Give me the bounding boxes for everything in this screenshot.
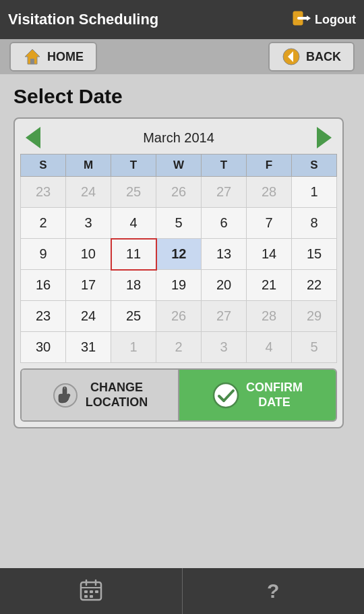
calendar-day[interactable]: 30 <box>21 332 66 363</box>
calendar-body: 2324252627281234567891011121314151617181… <box>21 177 337 363</box>
calendar-day[interactable]: 22 <box>292 270 337 301</box>
calendar-day[interactable]: 8 <box>292 208 337 239</box>
prev-month-icon <box>26 127 40 148</box>
calendar-day[interactable]: 6 <box>202 208 247 239</box>
calendar-day[interactable]: 25 <box>111 301 156 332</box>
day-header: T <box>111 155 156 177</box>
calendar-day[interactable]: 21 <box>247 270 292 301</box>
header: Visitation Scheduling Logout <box>0 0 364 39</box>
calendar-week-row: 9101112131415 <box>21 239 337 270</box>
calendar-day[interactable]: 27 <box>202 301 247 332</box>
change-location-label: CHANGELOCATION <box>86 381 148 410</box>
calendar-day[interactable]: 10 <box>66 239 111 270</box>
calendar-week-row: 2324252627281 <box>21 177 337 208</box>
calendar-day[interactable]: 15 <box>292 239 337 270</box>
calendar-day[interactable]: 7 <box>247 208 292 239</box>
svg-rect-15 <box>90 590 93 593</box>
day-header: S <box>21 155 66 177</box>
calendar-day[interactable]: 23 <box>21 177 66 208</box>
prev-month-button[interactable] <box>26 127 40 148</box>
calendar-day[interactable]: 2 <box>21 208 66 239</box>
back-icon <box>282 47 301 66</box>
calendar-day[interactable]: 4 <box>247 332 292 363</box>
calendar-day[interactable]: 4 <box>111 208 156 239</box>
svg-rect-14 <box>84 590 88 593</box>
home-label: HOME <box>47 50 84 64</box>
calendar-day[interactable]: 18 <box>111 270 156 301</box>
calendar-day[interactable]: 9 <box>21 239 66 270</box>
calendar-week-row: 23242526272829 <box>21 301 337 332</box>
home-button[interactable]: HOME <box>9 42 97 72</box>
calendar-day[interactable]: 12 <box>156 239 202 270</box>
calendar-day[interactable]: 31 <box>66 332 111 363</box>
calendar: March 2014 SMTWTFS 232425262728123456789… <box>13 117 344 428</box>
calendar-week-row: 16171819202122 <box>21 270 337 301</box>
page-title: Select Date <box>13 85 123 108</box>
calendar-day[interactable]: 13 <box>202 239 247 270</box>
calendar-week-row: 2345678 <box>21 208 337 239</box>
calendar-day[interactable]: 27 <box>202 177 247 208</box>
change-location-button[interactable]: CHANGELOCATION <box>22 370 179 420</box>
logout-icon <box>292 9 311 31</box>
main-content: Select Date March 2014 SMTWTFS 232425262… <box>0 74 364 568</box>
day-header: S <box>292 155 337 177</box>
calendar-day[interactable]: 28 <box>247 177 292 208</box>
calendar-day[interactable]: 3 <box>66 208 111 239</box>
svg-rect-16 <box>95 590 98 593</box>
calendar-day[interactable]: 11 <box>111 239 156 270</box>
calendar-week-row: 303112345 <box>21 332 337 363</box>
calendar-actions: CHANGELOCATION CONFIRMDATE <box>20 368 337 422</box>
confirm-date-button[interactable]: CONFIRMDATE <box>179 370 336 420</box>
calendar-day[interactable]: 1 <box>292 177 337 208</box>
footer-calendar-icon <box>79 578 103 605</box>
svg-rect-18 <box>90 595 93 598</box>
calendar-day-headers: SMTWTFS <box>21 155 337 177</box>
calendar-day[interactable]: 26 <box>156 177 202 208</box>
logout-label: Logout <box>315 13 356 27</box>
next-month-button[interactable] <box>317 127 332 148</box>
calendar-day[interactable]: 23 <box>21 301 66 332</box>
footer: ? <box>0 568 364 614</box>
svg-marker-2 <box>307 16 311 21</box>
calendar-day[interactable]: 24 <box>66 177 111 208</box>
svg-rect-4 <box>30 59 34 64</box>
calendar-day[interactable]: 16 <box>21 270 66 301</box>
calendar-day[interactable]: 5 <box>156 208 202 239</box>
calendar-month-label: March 2014 <box>143 130 214 146</box>
calendar-day[interactable]: 28 <box>247 301 292 332</box>
back-button[interactable]: BACK <box>268 42 355 72</box>
day-header: T <box>202 155 247 177</box>
home-icon <box>23 47 42 66</box>
calendar-day[interactable]: 24 <box>66 301 111 332</box>
day-header: F <box>247 155 292 177</box>
calendar-header: March 2014 <box>20 124 337 154</box>
calendar-grid: SMTWTFS 23242526272812345678910111213141… <box>20 154 337 363</box>
day-header: W <box>156 155 202 177</box>
svg-rect-17 <box>84 595 88 598</box>
calendar-day[interactable]: 26 <box>156 301 202 332</box>
footer-help-button[interactable]: ? <box>183 568 365 614</box>
svg-rect-8 <box>64 387 65 389</box>
svg-rect-1 <box>297 17 308 20</box>
svg-point-9 <box>214 383 238 408</box>
calendar-day[interactable]: 3 <box>202 332 247 363</box>
footer-calendar-button[interactable] <box>0 568 183 614</box>
calendar-day[interactable]: 1 <box>111 332 156 363</box>
change-location-icon <box>52 382 79 409</box>
back-label: BACK <box>306 50 341 64</box>
app-title: Visitation Scheduling <box>8 11 158 28</box>
day-header-row: SMTWTFS <box>21 155 337 177</box>
next-month-icon <box>317 127 332 148</box>
calendar-day[interactable]: 5 <box>292 332 337 363</box>
calendar-day[interactable]: 2 <box>156 332 202 363</box>
confirm-date-icon <box>212 382 239 409</box>
day-header: M <box>66 155 111 177</box>
logout-button[interactable]: Logout <box>292 9 356 31</box>
calendar-day[interactable]: 25 <box>111 177 156 208</box>
confirm-date-label: CONFIRMDATE <box>246 381 303 410</box>
calendar-day[interactable]: 19 <box>156 270 202 301</box>
calendar-day[interactable]: 14 <box>247 239 292 270</box>
calendar-day[interactable]: 29 <box>292 301 337 332</box>
calendar-day[interactable]: 20 <box>202 270 247 301</box>
calendar-day[interactable]: 17 <box>66 270 111 301</box>
